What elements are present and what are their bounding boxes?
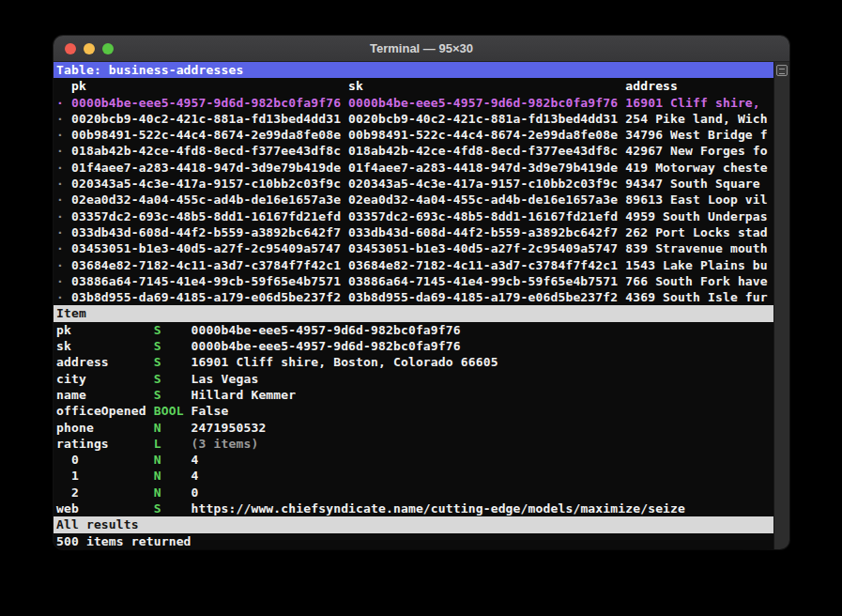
row-bullet-icon: · <box>56 161 64 175</box>
row-bullet-icon: · <box>56 274 64 288</box>
scrollbar-handle-icon[interactable] <box>776 65 788 76</box>
table-row[interactable]: · 033db43d-608d-44f2-b559-a3892bc642f7 0… <box>54 224 773 240</box>
item-attribute-row: city S Las Vegas <box>54 371 773 387</box>
item-attribute-row: name S Hillard Kemmer <box>54 387 773 403</box>
table-row[interactable]: · 0000b4be-eee5-4957-9d6d-982bc0fa9f76 0… <box>54 95 773 111</box>
item-attribute-row: web S https://www.chiefsyndicate.name/cu… <box>54 500 773 516</box>
table-row[interactable]: · 03684e82-7182-4c11-a3d7-c3784f7f42c1 0… <box>54 257 773 273</box>
attribute-type: BOOL <box>154 404 191 418</box>
table-title-bar: Table: business-addresses <box>54 62 773 78</box>
row-bullet-icon: · <box>56 225 64 239</box>
row-text: 02ea0d32-4a04-455c-ad4b-de16e1657a3e 02e… <box>64 192 768 207</box>
attribute-name: 1 <box>56 469 154 483</box>
table-row[interactable]: · 01f4aee7-a283-4418-947d-3d9e79b419de 0… <box>54 160 773 176</box>
status-line: 500 items returned <box>54 533 773 549</box>
titlebar[interactable]: Terminal — 95×30 <box>54 36 789 62</box>
table-row[interactable]: · 0020bcb9-40c2-421c-881a-fd13bed4dd31 0… <box>54 111 773 127</box>
traffic-lights <box>65 43 114 54</box>
attribute-type: S <box>154 501 191 516</box>
attribute-name: address <box>56 355 154 369</box>
table-row[interactable]: · 018ab42b-42ce-4fd8-8ecd-f377ee43df8c 0… <box>54 143 773 159</box>
row-text: 00b98491-522c-44c4-8674-2e99da8fe08e 00b… <box>64 128 768 142</box>
attribute-type: N <box>154 485 191 500</box>
attribute-value: Las Vegas <box>191 372 259 386</box>
attribute-type: N <box>154 453 191 467</box>
row-bullet-icon: · <box>56 209 64 223</box>
attribute-type: S <box>154 355 191 369</box>
row-text: 0000b4be-eee5-4957-9d6d-982bc0fa9f76 000… <box>64 96 760 110</box>
attribute-name: name <box>56 388 154 402</box>
row-bullet-icon: · <box>56 96 64 110</box>
terminal-window: Terminal — 95×30 Table: business-address… <box>54 36 789 549</box>
scrollbar[interactable] <box>773 62 789 549</box>
attribute-type: S <box>154 372 191 386</box>
attribute-value: 0000b4be-eee5-4957-9d6d-982bc0fa9f76 <box>191 339 461 353</box>
attribute-name: web <box>56 501 154 516</box>
attribute-type: L <box>154 437 191 451</box>
row-text: 018ab42b-42ce-4fd8-8ecd-f377ee43df8c 018… <box>64 144 768 158</box>
row-text: 03684e82-7182-4c11-a3d7-c3784f7f42c1 036… <box>64 258 768 272</box>
table-row[interactable]: · 03453051-b1e3-40d5-a27f-2c95409a5747 0… <box>54 240 773 256</box>
item-attribute-row: pk S 0000b4be-eee5-4957-9d6d-982bc0fa9f7… <box>54 322 773 338</box>
attribute-name: phone <box>56 421 154 435</box>
attribute-type: N <box>154 421 191 435</box>
table-row[interactable]: · 03886a64-7145-41e4-99cb-59f65e4b7571 0… <box>54 273 773 289</box>
item-attribute-row: 1 N 4 <box>54 468 773 484</box>
zoom-button[interactable] <box>102 43 114 54</box>
row-bullet-icon: · <box>56 258 64 272</box>
item-attribute-row: officeOpened BOOL False <box>54 403 773 419</box>
close-button[interactable] <box>65 43 76 54</box>
window-title: Terminal — 95×30 <box>54 41 789 55</box>
row-bullet-icon: · <box>56 144 64 158</box>
item-attribute-row: sk S 0000b4be-eee5-4957-9d6d-982bc0fa9f7… <box>54 338 773 354</box>
table-column-headers: pk sk address <box>54 78 773 94</box>
row-text: 0020bcb9-40c2-421c-881a-fd13bed4dd31 002… <box>64 112 768 126</box>
attribute-value: 4 <box>191 453 199 467</box>
attribute-value: Hillard Kemmer <box>191 388 297 402</box>
attribute-value: https://www.chiefsyndicate.name/cutting-… <box>191 501 685 516</box>
attribute-value: 0000b4be-eee5-4957-9d6d-982bc0fa9f76 <box>191 323 461 337</box>
attribute-type: S <box>154 323 191 337</box>
row-text: 03453051-b1e3-40d5-a27f-2c95409a5747 034… <box>64 241 768 255</box>
row-text: 03b8d955-da69-4185-a179-e06d5be237f2 03b… <box>64 290 768 304</box>
attribute-type: S <box>154 388 191 402</box>
attribute-value: 2471950532 <box>191 421 267 435</box>
table-rows: · 0000b4be-eee5-4957-9d6d-982bc0fa9f76 0… <box>54 95 773 306</box>
attribute-name: sk <box>56 339 154 353</box>
item-attribute-row: ratings L (3 items) <box>54 436 773 452</box>
item-attribute-row: address S 16901 Cliff shire, Boston, Col… <box>54 354 773 370</box>
attribute-value: 4 <box>191 469 199 483</box>
minimize-button[interactable] <box>84 43 95 54</box>
attribute-name: 2 <box>56 485 154 500</box>
item-section-header: Item <box>54 305 773 321</box>
table-row[interactable]: · 03357dc2-693c-48b5-8dd1-16167fd21efd 0… <box>54 208 773 224</box>
item-attributes: pk S 0000b4be-eee5-4957-9d6d-982bc0fa9f7… <box>54 322 773 517</box>
results-bar: All results <box>54 516 773 532</box>
table-row[interactable]: · 02ea0d32-4a04-455c-ad4b-de16e1657a3e 0… <box>54 192 773 208</box>
row-bullet-icon: · <box>56 177 64 191</box>
attribute-name: pk <box>56 323 154 337</box>
row-bullet-icon: · <box>56 128 64 142</box>
item-attribute-row: phone N 2471950532 <box>54 420 773 436</box>
row-bullet-icon: · <box>56 192 64 207</box>
row-text: 03886a64-7145-41e4-99cb-59f65e4b7571 038… <box>64 274 768 288</box>
table-row[interactable]: · 03b8d955-da69-4185-a179-e06d5be237f2 0… <box>54 289 773 305</box>
row-bullet-icon: · <box>56 290 64 304</box>
attribute-value: 16901 Cliff shire, Boston, Colorado 6660… <box>191 355 498 369</box>
row-text: 033db43d-608d-44f2-b559-a3892bc642f7 033… <box>64 225 768 239</box>
attribute-type: S <box>154 339 191 353</box>
item-attribute-row: 0 N 4 <box>54 452 773 468</box>
row-bullet-icon: · <box>56 112 64 126</box>
table-row[interactable]: · 020343a5-4c3e-417a-9157-c10bb2c03f9c 0… <box>54 176 773 192</box>
item-attribute-row: 2 N 0 <box>54 485 773 500</box>
row-bullet-icon: · <box>56 241 64 255</box>
row-text: 01f4aee7-a283-4418-947d-3d9e79b419de 01f… <box>64 161 768 175</box>
tui-app: Table: business-addresses pk sk address … <box>54 62 773 549</box>
attribute-value: (3 items) <box>191 437 259 451</box>
attribute-name: 0 <box>56 453 154 467</box>
attribute-value: False <box>191 404 229 418</box>
table-row[interactable]: · 00b98491-522c-44c4-8674-2e99da8fe08e 0… <box>54 127 773 143</box>
row-text: 03357dc2-693c-48b5-8dd1-16167fd21efd 033… <box>64 209 768 223</box>
row-text: 020343a5-4c3e-417a-9157-c10bb2c03f9c 020… <box>64 177 760 191</box>
attribute-type: N <box>154 469 191 483</box>
